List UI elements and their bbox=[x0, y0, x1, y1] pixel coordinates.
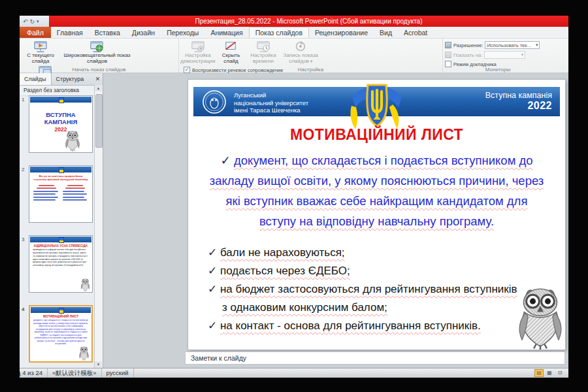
tab-transitions[interactable]: Переходы bbox=[161, 27, 204, 38]
university-emblem-icon bbox=[201, 89, 227, 115]
slide-number: 3 bbox=[22, 237, 24, 242]
thumb-header-band bbox=[30, 97, 91, 103]
text-blur-line bbox=[63, 197, 85, 198]
slide-thumbnail-4-selected[interactable]: МОТИВАЦІЙНИЙ ЛИСТ документ, що складаєть… bbox=[29, 305, 93, 363]
resolution-dropdown[interactable]: Использовать тек... ▾ bbox=[485, 41, 540, 49]
scrollbar-thumb[interactable] bbox=[95, 94, 103, 148]
thumb-header-band bbox=[31, 307, 91, 313]
window-title: Презентация_28.05.2022 - Microsoft Power… bbox=[195, 18, 422, 25]
powerpoint-window: ↶ ↻ ▾ Презентация_28.05.2022 - Microsoft… bbox=[20, 16, 568, 378]
slides-panel: Слайды Структура ✕ Раздел без заголовка … bbox=[20, 73, 103, 368]
qat-customize-icon[interactable]: ▾ bbox=[37, 19, 39, 24]
screen-clock-icon bbox=[255, 40, 271, 53]
owl-logo bbox=[80, 278, 91, 291]
university-name: Луганський національний університет імен… bbox=[234, 91, 308, 114]
from-current-slide-button[interactable]: С текущего слайда bbox=[22, 39, 59, 64]
tab-animations[interactable]: Анимация bbox=[204, 27, 248, 38]
current-slide-canvas[interactable]: Луганський національний університет імен… bbox=[188, 80, 565, 350]
show-on-row: Показать на: ▾ bbox=[445, 51, 551, 59]
title-bar[interactable]: Презентация_28.05.2022 - Microsoft Power… bbox=[49, 16, 568, 27]
slide-title[interactable]: МОТИВАЦІЙНИЙ ЛИСТ bbox=[188, 126, 565, 144]
bullet-item: на контакт - основа для рейтингування вс… bbox=[208, 317, 520, 335]
group-label-setup: Настройка bbox=[179, 67, 442, 73]
check-bullet-icon: ✓ bbox=[220, 154, 234, 167]
slide-sorter-view-button[interactable]: ▦ bbox=[545, 369, 554, 377]
panel-tabs: Слайды Структура ✕ bbox=[20, 73, 103, 86]
tab-insert[interactable]: Вставка bbox=[89, 27, 126, 38]
setup-show-button[interactable]: Настройка демонстрации bbox=[181, 39, 215, 64]
rehearse-timings-button[interactable]: Настройка времени bbox=[247, 39, 280, 64]
text-blur-line bbox=[33, 191, 58, 192]
text-blur-line bbox=[33, 193, 56, 195]
flag-icon bbox=[59, 97, 64, 103]
owl-logo bbox=[63, 129, 82, 152]
text-blur-line bbox=[65, 188, 85, 189]
hide-slide-button[interactable]: Скрыть слайд bbox=[218, 39, 244, 64]
tab-acrobat[interactable]: Acrobat bbox=[398, 27, 433, 38]
scroll-up-icon[interactable]: ▲ bbox=[95, 85, 102, 91]
resolution-icon bbox=[445, 42, 451, 48]
notes-pane[interactable]: Заметки к слайду bbox=[185, 351, 565, 365]
hidden-slide-icon bbox=[223, 40, 238, 53]
slide-paragraph[interactable]: ✓ документ, що складається і подається в… bbox=[208, 150, 546, 231]
language-indicator[interactable]: русский bbox=[102, 368, 134, 378]
normal-view-button[interactable]: ▤ bbox=[534, 369, 544, 377]
thumb-columns bbox=[29, 181, 92, 203]
text-blur-line bbox=[33, 197, 58, 198]
scroll-down-icon[interactable]: ▼ bbox=[95, 361, 102, 368]
ribbon-group-monitors: Разрешение: Использовать тек... ▾ Показа… bbox=[443, 39, 553, 73]
resolution-row: Разрешение: Использовать тек... ▾ bbox=[445, 41, 551, 49]
notes-placeholder: Заметки к слайду bbox=[191, 354, 246, 362]
thumb-column-right bbox=[63, 183, 89, 203]
slide-number: 2 bbox=[22, 167, 24, 172]
thumb-header-band bbox=[30, 237, 91, 242]
redo-icon[interactable]: ↻ bbox=[30, 18, 35, 25]
quick-access-toolbar: ↶ ↻ ▾ bbox=[20, 16, 49, 27]
chevron-down-icon: ▾ bbox=[521, 52, 524, 57]
slide-thumbnail-3[interactable]: ІНДИВІДУАЛЬНА УСНА СПІВБЕСІДА проводитьс… bbox=[29, 235, 93, 293]
status-bar: Слайд 4 из 24 «默认设计模板» русский ▤ ▦ ⊡ bbox=[20, 368, 568, 378]
text-blur-line bbox=[67, 185, 83, 186]
show-on-dropdown[interactable]: ▾ bbox=[484, 51, 525, 59]
close-icon[interactable]: ✕ bbox=[93, 73, 103, 85]
slide-thumbnail-1[interactable]: ВСТУПНА КАМПАНІЯ 2022 bbox=[29, 95, 93, 153]
owl-logo bbox=[513, 284, 565, 350]
display-icon bbox=[445, 52, 451, 58]
owl-logo bbox=[78, 346, 90, 361]
text-blur-line bbox=[37, 188, 56, 189]
screen-gear-icon bbox=[190, 40, 206, 53]
text-blur-line bbox=[39, 185, 54, 186]
record-timer-icon bbox=[293, 40, 308, 53]
tab-outline[interactable]: Структура bbox=[52, 73, 89, 85]
undo-icon[interactable]: ↶ bbox=[23, 18, 28, 25]
screen-globe-icon bbox=[89, 40, 105, 53]
text-blur-line bbox=[63, 191, 85, 192]
ribbon: С текущего слайда Широковещательный пока… bbox=[20, 39, 568, 73]
slide-thumbnail-2[interactable]: Вступ за освітньо-професійним ступенем ф… bbox=[29, 165, 93, 223]
slide-bullet-list[interactable]: бали не нараховуються; подається через Є… bbox=[208, 244, 520, 335]
screen-play-icon bbox=[33, 40, 48, 53]
tab-slideshow[interactable]: Показ слайдов bbox=[249, 27, 309, 38]
record-slideshow-button[interactable]: Запись показа слайдов bbox=[282, 39, 319, 64]
ribbon-group-setup: Настройка демонстрации Скрыть слайд Наст… bbox=[179, 39, 443, 73]
tab-file[interactable]: Файл bbox=[20, 27, 51, 38]
ribbon-group-start-slideshow: С текущего слайда Широковещательный пока… bbox=[20, 39, 179, 73]
tab-slides-thumbnails[interactable]: Слайды bbox=[20, 73, 52, 85]
design-template-name[interactable]: «默认设计模板» bbox=[48, 368, 102, 378]
reading-view-button[interactable]: ⊡ bbox=[555, 369, 564, 377]
tab-design[interactable]: Дизайн bbox=[126, 27, 161, 38]
ribbon-tab-strip: Файл Главная Вставка Дизайн Переходы Ани… bbox=[20, 27, 568, 39]
panel-scrollbar[interactable]: ▲ ▼ bbox=[94, 85, 103, 368]
broadcast-slideshow-button[interactable]: Широковещательный показ слайдов bbox=[62, 39, 131, 64]
tab-view[interactable]: Вид bbox=[374, 27, 398, 38]
view-switcher: ▤ ▦ ⊡ bbox=[534, 369, 568, 377]
text-blur-line bbox=[33, 199, 56, 201]
bullet-item: бали не нараховуються; bbox=[208, 244, 520, 262]
screen: ↶ ↻ ▾ Презентация_28.05.2022 - Microsoft… bbox=[0, 0, 588, 392]
flag-icon bbox=[59, 308, 64, 314]
thumb-header-band bbox=[30, 167, 91, 172]
bullet-item: подається через ЄДЕБО; bbox=[208, 262, 520, 280]
tab-review[interactable]: Рецензирование bbox=[309, 27, 374, 38]
section-header[interactable]: Раздел без заголовка bbox=[20, 86, 103, 96]
tab-home[interactable]: Главная bbox=[51, 27, 89, 38]
